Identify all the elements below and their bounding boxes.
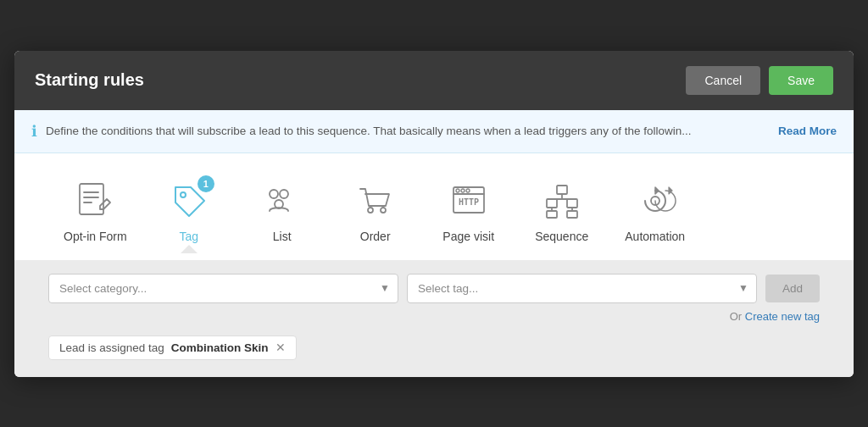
tag-select[interactable]: Select tag... bbox=[407, 274, 757, 303]
svg-point-15 bbox=[466, 189, 470, 192]
list-icon bbox=[260, 179, 304, 223]
modal-header: Starting rules Cancel Save bbox=[14, 51, 854, 110]
tag-icon: 1 bbox=[167, 179, 211, 223]
tag-chip-row: Lead is assigned tag Combination Skin ✕ bbox=[48, 336, 820, 360]
tag-chip-value: Combination Skin bbox=[171, 341, 269, 354]
create-or-text: Or bbox=[730, 310, 742, 323]
tag-chip: Lead is assigned tag Combination Skin ✕ bbox=[48, 336, 297, 360]
svg-point-14 bbox=[461, 189, 465, 192]
active-indicator bbox=[181, 245, 198, 253]
overlay: Starting rules Cancel Save ℹ Define the … bbox=[0, 0, 868, 427]
read-more-link[interactable]: Read More bbox=[778, 125, 837, 137]
svg-point-5 bbox=[270, 190, 278, 198]
order-label: Order bbox=[360, 230, 391, 243]
info-bar: ℹ Define the conditions that will subscr… bbox=[14, 110, 854, 153]
page-visit-label: Page visit bbox=[442, 230, 494, 243]
header-buttons: Cancel Save bbox=[686, 66, 833, 95]
svg-point-13 bbox=[456, 189, 459, 192]
icon-order[interactable]: Order bbox=[329, 170, 422, 252]
svg-rect-23 bbox=[567, 211, 577, 218]
svg-point-9 bbox=[381, 208, 386, 213]
tag-chip-prefix: Lead is assigned tag bbox=[59, 341, 164, 354]
icon-automation[interactable]: Automation bbox=[609, 170, 702, 252]
category-select[interactable]: Select category... bbox=[48, 274, 398, 303]
svg-point-4 bbox=[181, 192, 186, 197]
svg-rect-22 bbox=[547, 211, 557, 218]
optin-form-icon bbox=[73, 179, 117, 223]
list-label: List bbox=[273, 230, 292, 243]
create-link-text: Or Create new tag bbox=[730, 310, 820, 323]
icon-page-visit[interactable]: HTTP Page visit bbox=[422, 170, 515, 252]
automation-icon bbox=[633, 179, 677, 223]
create-link-row: Or Create new tag bbox=[48, 308, 820, 324]
sequence-icon bbox=[540, 179, 584, 223]
page-visit-icon: HTTP bbox=[447, 179, 491, 223]
sequence-label: Sequence bbox=[535, 230, 588, 243]
save-button[interactable]: Save bbox=[769, 66, 833, 95]
info-bar-left: ℹ Define the conditions that will subscr… bbox=[31, 122, 768, 141]
category-select-wrapper: Select category... ▼ bbox=[48, 274, 398, 303]
icon-list[interactable]: List bbox=[236, 170, 329, 252]
icon-tag[interactable]: 1 Tag bbox=[142, 170, 236, 252]
icon-sequence[interactable]: Sequence bbox=[515, 170, 609, 252]
cancel-button[interactable]: Cancel bbox=[686, 66, 760, 95]
modal-title: Starting rules bbox=[35, 70, 144, 90]
tag-badge: 1 bbox=[198, 175, 214, 192]
category-select-value: Select category... bbox=[59, 282, 147, 295]
order-icon bbox=[353, 179, 398, 223]
select-row: Select category... ▼ Select tag... ▼ Add bbox=[48, 274, 820, 303]
modal: Starting rules Cancel Save ℹ Define the … bbox=[14, 51, 854, 377]
info-text: Define the conditions that will subscrib… bbox=[46, 125, 691, 137]
optin-form-label: Opt-in Form bbox=[64, 230, 127, 243]
create-new-tag-link[interactable]: Create new tag bbox=[745, 310, 820, 323]
icon-row: Opt-in Form 1 Tag bbox=[14, 153, 854, 260]
form-area: Select category... ▼ Select tag... ▼ Add… bbox=[14, 260, 854, 377]
svg-text:HTTP: HTTP bbox=[459, 197, 479, 207]
tag-chip-close[interactable]: ✕ bbox=[275, 341, 286, 353]
tag-select-wrapper: Select tag... ▼ bbox=[407, 274, 757, 303]
add-button[interactable]: Add bbox=[765, 274, 820, 302]
tag-select-value: Select tag... bbox=[418, 282, 478, 295]
info-icon: ℹ bbox=[31, 122, 37, 141]
svg-rect-19 bbox=[567, 199, 577, 208]
icon-optin-form[interactable]: Opt-in Form bbox=[48, 170, 142, 252]
svg-rect-16 bbox=[557, 186, 567, 194]
tag-label: Tag bbox=[179, 230, 198, 243]
automation-label: Automation bbox=[625, 230, 685, 243]
svg-rect-18 bbox=[547, 199, 557, 208]
svg-point-8 bbox=[368, 208, 373, 213]
svg-point-6 bbox=[280, 190, 288, 198]
